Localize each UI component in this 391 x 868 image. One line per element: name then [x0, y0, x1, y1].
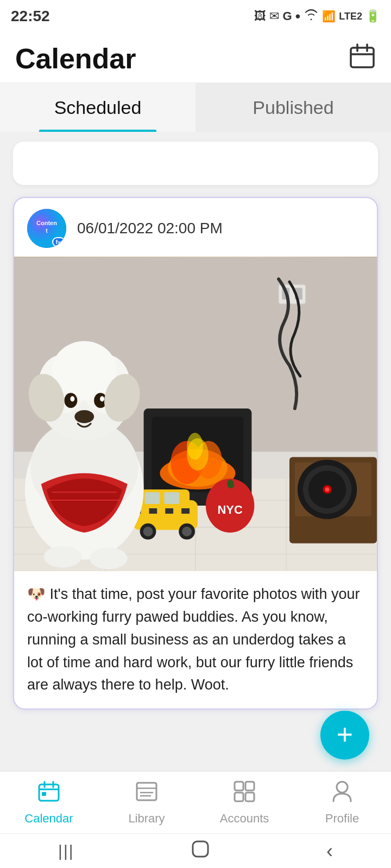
back-button[interactable]: ‹ [326, 840, 333, 863]
svg-rect-43 [173, 508, 181, 514]
svg-rect-42 [165, 508, 173, 514]
svg-point-46 [143, 527, 153, 537]
post-card: Conten t f∞ 06/01/2022 02:00 PM [13, 197, 378, 710]
svg-rect-41 [157, 508, 165, 514]
svg-point-68 [90, 548, 128, 570]
status-bar: 22:52 🖼 ✉ G • 📶 LTE2 🔋 [0, 0, 391, 33]
svg-rect-79 [245, 782, 254, 790]
home-button[interactable] [191, 839, 210, 863]
tab-scheduled[interactable]: Scheduled [0, 83, 195, 132]
status-icons: 🖼 ✉ G • 📶 LTE2 🔋 [254, 8, 380, 25]
signal-icon: 📶 [322, 10, 336, 23]
post-text: 🐶 It's that time, post your favorite pho… [14, 571, 377, 709]
svg-rect-83 [193, 841, 208, 857]
mail-icon: ✉ [269, 9, 279, 23]
svg-rect-36 [145, 492, 160, 504]
status-time: 22:52 [11, 8, 50, 25]
nav-label-profile: Profile [325, 812, 359, 826]
post-date: 06/01/2022 02:00 PM [77, 220, 223, 237]
battery-icon: 🔋 [365, 9, 380, 23]
nav-label-library: Library [128, 812, 165, 826]
profile-nav-icon [330, 780, 354, 808]
library-nav-icon [135, 780, 159, 808]
bottom-nav-wrapper: Calendar Library [0, 771, 391, 868]
nav-item-profile[interactable]: Profile [293, 771, 391, 833]
svg-point-62 [74, 410, 94, 423]
post-header: Conten t f∞ 06/01/2022 02:00 PM [14, 198, 377, 257]
nav-label-calendar: Calendar [24, 812, 73, 826]
accounts-nav-icon [232, 780, 256, 808]
app-header: Calendar [0, 33, 391, 83]
avatar: Conten t f∞ [27, 209, 66, 248]
post-image: NYC [14, 257, 377, 571]
svg-point-33 [325, 487, 330, 492]
svg-point-61 [100, 396, 104, 401]
recents-button[interactable]: ||| [58, 842, 74, 860]
lte-icon: LTE2 [339, 11, 362, 22]
tab-published[interactable]: Published [195, 83, 391, 132]
svg-point-60 [70, 396, 74, 401]
g-icon: G [282, 9, 292, 23]
svg-rect-74 [137, 783, 156, 800]
svg-rect-37 [164, 492, 179, 504]
svg-text:Conten: Conten [36, 220, 57, 226]
wifi-icon [304, 9, 319, 24]
svg-rect-44 [181, 508, 190, 514]
nav-item-library[interactable]: Library [98, 771, 195, 833]
svg-point-82 [337, 782, 348, 793]
photo-icon: 🖼 [254, 9, 266, 23]
calendar-icon[interactable] [349, 42, 376, 75]
calendar-nav-icon [37, 780, 61, 808]
svg-rect-81 [245, 793, 254, 801]
svg-point-67 [44, 546, 82, 568]
system-bar: ||| ‹ [0, 833, 391, 868]
svg-text:NYC: NYC [218, 503, 243, 516]
tab-bar: Scheduled Published [0, 83, 391, 132]
dot-icon: • [295, 8, 301, 25]
svg-rect-73 [42, 792, 46, 796]
svg-rect-39 [141, 508, 149, 514]
empty-card [13, 142, 378, 185]
fab-create[interactable]: + [320, 711, 369, 760]
page-title: Calendar [15, 42, 136, 75]
svg-rect-80 [235, 793, 243, 801]
svg-point-26 [187, 433, 203, 460]
svg-point-48 [182, 527, 192, 537]
svg-rect-40 [149, 508, 157, 514]
nav-label-accounts: Accounts [220, 812, 269, 826]
svg-rect-78 [235, 782, 243, 790]
nav-item-accounts[interactable]: Accounts [195, 771, 293, 833]
bottom-nav: Calendar Library [0, 771, 391, 833]
nav-item-calendar[interactable]: Calendar [0, 771, 98, 833]
svg-rect-0 [351, 48, 374, 67]
